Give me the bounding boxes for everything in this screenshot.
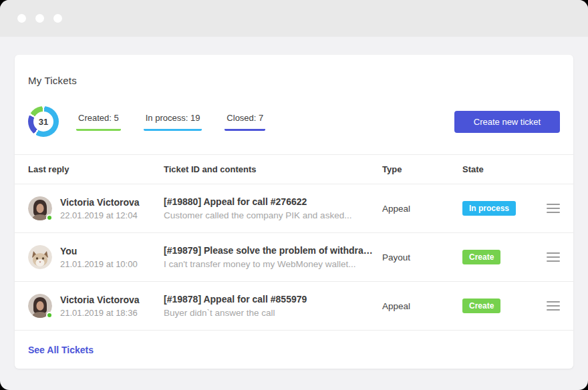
- column-header-last-reply: Last reply: [28, 164, 164, 174]
- see-all-tickets-link[interactable]: See All Tickets: [28, 345, 94, 355]
- ticket-excerpt: Buyer didn`t answer the call: [164, 308, 374, 318]
- window-control-dot-3[interactable]: [53, 14, 62, 23]
- column-header-state: State: [462, 164, 547, 174]
- stat-closed[interactable]: Closed: 7: [225, 113, 265, 131]
- column-header-type: Type: [382, 164, 462, 174]
- tickets-table: Last reply Ticket ID and contents Type S…: [15, 154, 573, 369]
- online-status-dot: [46, 312, 53, 319]
- state-badge: Create: [462, 299, 500, 313]
- ticket-excerpt: Customer called the company PIK and aske…: [164, 210, 374, 220]
- ticket-excerpt: I can't transfer money to my WebMoney wa…: [164, 259, 374, 269]
- reply-date: 21.01.2019 at 10:00: [60, 259, 138, 269]
- ticket-type: Appeal: [382, 204, 462, 214]
- avatar: [28, 245, 52, 269]
- ticket-title: [#19878] Appeal for call #855979: [164, 294, 374, 305]
- window-titlebar: [0, 0, 588, 37]
- state-badge: Create: [462, 250, 500, 264]
- window-control-dot-2[interactable]: [35, 14, 44, 23]
- ticket-type: Payout: [382, 252, 462, 262]
- ticket-stats: Created: 5 In process: 19 Closed: 7: [76, 113, 265, 131]
- ticket-title: [#19879] Please solve the problem of wit…: [164, 245, 374, 256]
- stat-in-process[interactable]: In process: 19: [144, 113, 202, 131]
- reply-author: Victoria Victorova: [60, 295, 140, 305]
- state-badge: In process: [462, 201, 516, 216]
- tickets-donut-chart: 31: [28, 106, 59, 137]
- table-row[interactable]: Victoria Victorova 21.01.2019 at 18:36 […: [15, 282, 573, 331]
- reply-author: Victoria Victorova: [60, 197, 140, 208]
- row-menu-icon[interactable]: [547, 252, 560, 262]
- my-tickets-card: My Tickets 31 Created: 5 In process: 19 …: [15, 55, 573, 369]
- avatar-photo-cat: [28, 245, 52, 269]
- create-new-ticket-button[interactable]: Create new ticket: [454, 111, 560, 133]
- ticket-title: [#19880] Appeal for call #276622: [164, 196, 374, 207]
- avatar: [28, 294, 52, 318]
- online-status-dot: [46, 214, 53, 221]
- ticket-type: Appeal: [382, 301, 462, 311]
- reply-date: 22.01.2019 at 12:04: [60, 210, 140, 220]
- reply-date: 21.01.2019 at 18:36: [60, 308, 140, 318]
- avatar: [28, 196, 52, 220]
- column-header-ticket-id: Ticket ID and contents: [164, 164, 382, 174]
- table-row[interactable]: You 21.01.2019 at 10:00 [#19879] Please …: [15, 233, 573, 282]
- row-menu-icon[interactable]: [547, 301, 560, 311]
- donut-total: 31: [33, 112, 53, 132]
- window-control-dot-1[interactable]: [17, 14, 26, 23]
- reply-author: You: [60, 246, 138, 256]
- page-title: My Tickets: [28, 75, 560, 86]
- row-menu-icon[interactable]: [547, 204, 560, 213]
- table-footer: See All Tickets: [15, 331, 573, 369]
- table-header-row: Last reply Ticket ID and contents Type S…: [15, 154, 573, 184]
- stat-created[interactable]: Created: 5: [76, 113, 121, 131]
- app-window: My Tickets 31 Created: 5 In process: 19 …: [0, 0, 588, 390]
- summary-bar: 31 Created: 5 In process: 19 Closed: 7 C…: [15, 106, 573, 137]
- table-row[interactable]: Victoria Victorova 22.01.2019 at 12:04 […: [15, 184, 573, 233]
